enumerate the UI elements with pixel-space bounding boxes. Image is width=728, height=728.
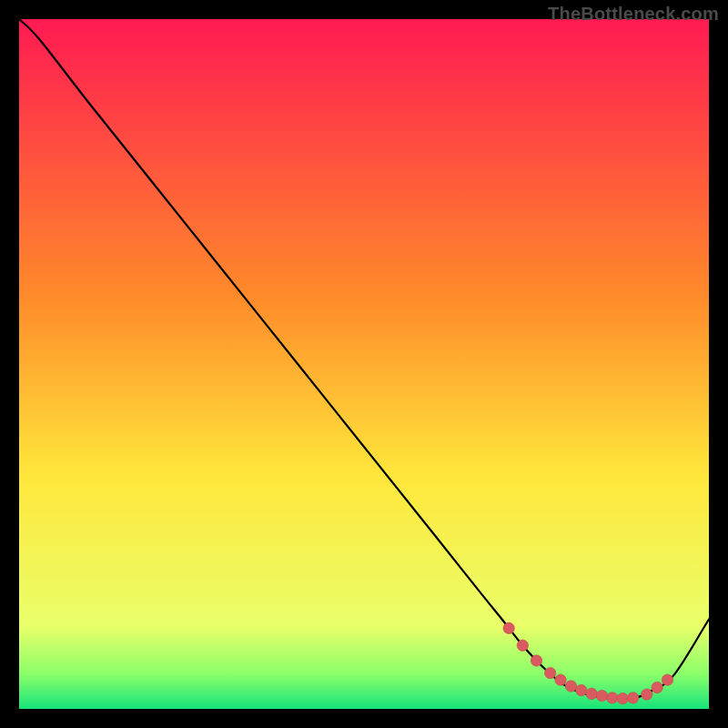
curve-marker bbox=[565, 681, 576, 692]
plot-area bbox=[19, 19, 709, 709]
chart-stage: TheBottleneck.com bbox=[0, 0, 728, 728]
curve-marker bbox=[652, 682, 662, 693]
curve-marker bbox=[544, 667, 555, 678]
curve-marker bbox=[555, 674, 566, 685]
curve-marker bbox=[586, 688, 597, 699]
curve-marker bbox=[617, 693, 628, 703]
watermark-text: TheBottleneck.com bbox=[548, 4, 719, 25]
curve-marker bbox=[503, 622, 514, 633]
curve-marker bbox=[662, 674, 672, 685]
curve-marker bbox=[596, 690, 607, 701]
curve-marker bbox=[642, 689, 652, 700]
curve-marker bbox=[576, 684, 587, 695]
chart-svg bbox=[19, 19, 709, 709]
gradient-background bbox=[19, 19, 709, 709]
curve-marker bbox=[531, 655, 541, 666]
curve-marker bbox=[517, 640, 528, 651]
curve-marker bbox=[607, 693, 618, 703]
curve-marker bbox=[627, 693, 638, 703]
